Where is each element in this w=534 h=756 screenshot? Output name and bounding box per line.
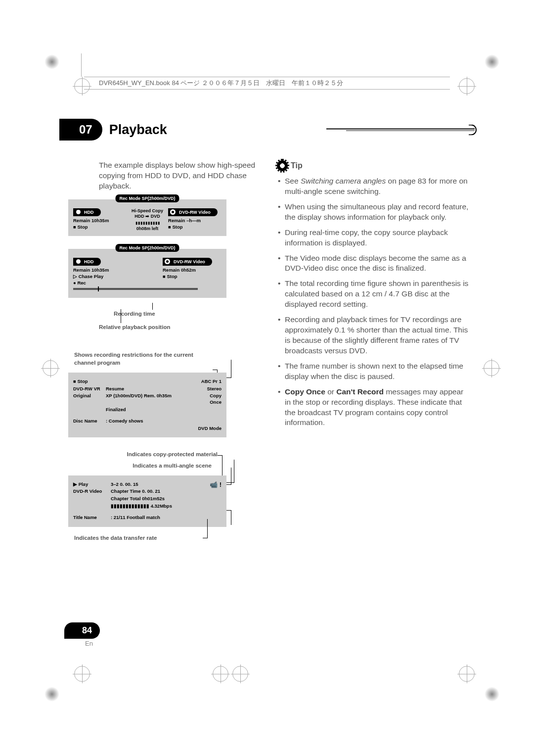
section-header: 07 Playback xyxy=(59,119,470,141)
status: ■ Stop xyxy=(73,378,103,385)
bitrate: ▮▮▮▮▮▮▮▮▮▮▮▮▮ 4.32Mbps xyxy=(111,503,222,510)
tip-item: The Video mode disc displays become the … xyxy=(277,253,470,274)
disc-type: DVD-RW VR xyxy=(73,386,103,392)
callout-transfer-rate: Indicates the data transfer rate xyxy=(74,534,203,542)
finalized: Finalized xyxy=(106,407,194,413)
regmark-bm2 xyxy=(232,666,248,682)
regmark-bm xyxy=(213,666,228,682)
osd-diagram-copy: Rec Mode SP(2h00m/DVD) HDD Remain 10h35m… xyxy=(68,199,226,236)
regmark-tl xyxy=(44,54,59,69)
tip-item: Copy Once or Can't Record messages may a… xyxy=(277,387,470,428)
regmark-br2 xyxy=(485,687,499,702)
hdd-remain: Remain 10h35m xyxy=(73,218,127,224)
dvd-badge: DVD-RW Video xyxy=(168,208,218,216)
dvd-mode: DVD Mode xyxy=(197,425,222,432)
osd-diagram-info: ■ StopABC Pr 1 DVD-RW VRResumeStereo Ori… xyxy=(68,373,226,438)
stem-decoration xyxy=(81,53,82,77)
copy-progress: ▮▮▮▮▮▮▮▮▮▮ xyxy=(132,220,163,226)
tip-heading: Tip xyxy=(277,160,470,171)
title-name-value: : 21/11 Football match xyxy=(111,515,222,521)
header-line-decor xyxy=(326,129,475,131)
hdd-status: ■ Stop xyxy=(73,224,127,231)
tip-item: See Switching camera angles on page 83 f… xyxy=(277,176,470,197)
disc-type: DVD-R Video xyxy=(73,488,108,495)
regmark-bl xyxy=(74,666,90,682)
intro-text: The example displays below show high-spe… xyxy=(99,160,257,191)
page-lang: En xyxy=(85,640,100,647)
chapter-time: Chapter Time 0. 00. 21 xyxy=(111,488,222,495)
hdd-badge: HDD xyxy=(73,258,101,266)
page-number: 84 xyxy=(64,622,100,639)
channel: ABC Pr 1 xyxy=(197,378,222,385)
audio: Stereo xyxy=(197,386,222,392)
tip-item: When using the simultaneous play and rec… xyxy=(277,202,470,223)
copy-timeleft: 0h08m left xyxy=(132,226,163,232)
title-name-label: Title Name xyxy=(73,515,108,521)
copy-direction: HDD ➡ DVD xyxy=(132,214,163,220)
resume: Resume xyxy=(106,386,194,392)
hdd-chase: ▷ Chase Play xyxy=(73,274,132,280)
callout-playback-pos: Relative playback position xyxy=(99,323,257,331)
disc-name-value: : Comedy shows xyxy=(106,418,194,425)
regmark-tr2 xyxy=(485,54,499,69)
dvd-badge: DVD-RW Video xyxy=(163,258,212,266)
camera-icon: 📹 ! xyxy=(210,480,222,489)
disc-name-label: Disc Name xyxy=(73,418,103,425)
tip-list: See Switching camera angles on page 83 f… xyxy=(277,176,470,428)
hdd-rec: ● Rec xyxy=(73,280,132,286)
callout-multi-angle: Indicates a multi-angle scene xyxy=(74,462,212,470)
callout-restrictions: Shows recording restrictions for the cur… xyxy=(74,351,213,367)
callout-copy-protected: Indicates copy-protected material xyxy=(74,450,218,458)
page-header: DVR645H_WY_EN.book 84 ページ ２００６年７月５日 水曜日 … xyxy=(84,77,450,90)
dvd-status: ■ Stop xyxy=(163,274,222,280)
hdd-badge: HDD xyxy=(73,208,101,216)
osd-diagram-chase: Rec Mode SP(2h00m/DVD) HDD Remain 10h35m… xyxy=(68,249,226,298)
copy-restriction: Copy Once xyxy=(197,393,222,406)
copy-label: Hi-Speed Copy xyxy=(132,208,163,214)
dvd-remain: Remain 0h52m xyxy=(163,267,222,274)
regmark-ml xyxy=(43,360,58,376)
chapter-total: Chapter Total 0h01m52s xyxy=(111,496,222,502)
regmark-tr xyxy=(459,78,475,94)
header-filename: DVR645H_WY_EN.book 84 ページ ２００６年７月５日 水曜日 … xyxy=(99,79,343,88)
rec-mode-badge: Rec Mode SP(2h00m/DVD) xyxy=(115,244,179,252)
tip-item: During real-time copy, the copy source p… xyxy=(277,228,470,248)
tip-item: Recording and playback times for TV reco… xyxy=(277,315,470,356)
regmark-mr xyxy=(484,360,499,376)
regmark-bl2 xyxy=(44,687,59,702)
regmark-br xyxy=(459,666,475,682)
play-time: 3–2 0. 00. 15 xyxy=(111,481,222,488)
rec-quality: XP (1h00m/DVD) Rem. 0h35m xyxy=(106,393,194,399)
progress-bar xyxy=(73,288,198,290)
original: Original xyxy=(73,393,103,399)
play-status: ▶ Play xyxy=(73,481,108,488)
tip-item: The total recording time figure shown in… xyxy=(277,279,470,310)
dvd-remain: Remain –h—m xyxy=(168,218,222,224)
callout-rec-time: Recording time xyxy=(114,310,257,318)
dvd-status: ■ Stop xyxy=(168,224,222,231)
gear-icon xyxy=(277,160,288,171)
rec-mode-badge: Rec Mode SP(2h00m/DVD) xyxy=(115,194,179,202)
hdd-remain: Remain 10h35m xyxy=(73,267,132,274)
osd-diagram-play: 📹 ! ▶ Play3–2 0. 00. 15 DVD-R VideoChapt… xyxy=(68,475,226,527)
tip-item: The frame number is shown next to the el… xyxy=(277,361,470,382)
chapter-number-pill: 07 xyxy=(59,119,102,141)
page-footer: 84 En xyxy=(64,622,100,647)
